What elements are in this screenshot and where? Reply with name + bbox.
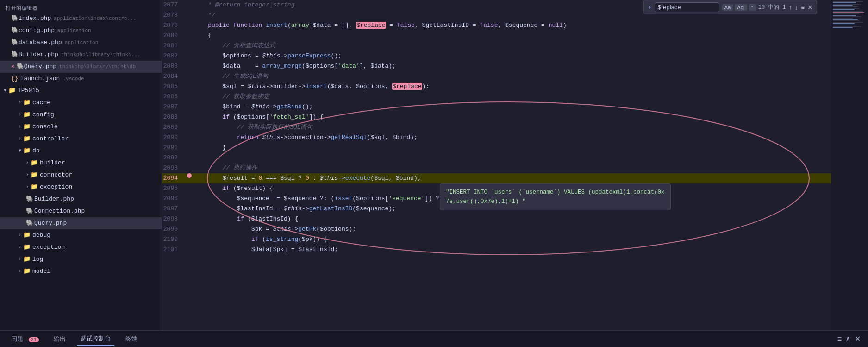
line-number: 2079: [162, 20, 185, 31]
chevron-right-icon: ›: [26, 170, 29, 180]
sidebar-item-launch-json[interactable]: {} launch.json .vscode: [0, 73, 162, 85]
file-name: config.php: [19, 25, 55, 36]
tp5015-folder[interactable]: ▼ 📁 TP5015: [0, 85, 162, 97]
sidebar-item-exception-folder[interactable]: › 📁 exception: [0, 181, 162, 193]
line-number: 2090: [162, 132, 185, 143]
line-gutter: [185, 173, 194, 178]
find-next-button[interactable]: ↓: [795, 4, 798, 11]
sidebar-item-console[interactable]: › 📁 console: [0, 121, 162, 133]
folder-icon: 📁: [31, 182, 38, 192]
line-number: 2101: [162, 245, 185, 255]
json-file-icon: {}: [11, 74, 19, 84]
folder-icon: 📁: [23, 242, 31, 252]
tab-debug-console[interactable]: 调试控制台: [77, 333, 114, 346]
line-number: 2080: [162, 31, 185, 41]
find-input[interactable]: [655, 2, 719, 12]
sidebar-item-model[interactable]: › 📁 model: [0, 265, 162, 278]
sidebar-item-index-php[interactable]: 🐘 Index.php application\index\contro...: [0, 13, 162, 25]
sidebar-item-query-php[interactable]: ✕ 🐘 Query.php thinkphp\library\think\db: [0, 61, 162, 73]
line-content: // 分析查询表达式: [194, 41, 824, 51]
sidebar-item-builder-folder[interactable]: › 📁 builder: [0, 157, 162, 169]
sidebar-item-log[interactable]: › 📁 log: [0, 253, 162, 265]
sidebar-item-config[interactable]: › 📁 config: [0, 109, 162, 121]
tab-output[interactable]: 输出: [50, 333, 69, 345]
find-expand-icon[interactable]: ›: [648, 4, 651, 11]
code-line-2083: 2083 $data = array_merge($options['data'…: [162, 61, 831, 71]
main-container: 打开的编辑器 🐘 Index.php application\index\con…: [0, 0, 868, 330]
debug-tooltip: "INSERT INTO `users` (`username`) VALUES…: [440, 183, 671, 210]
sidebar-item-db[interactable]: ▼ 📁 db: [0, 145, 162, 157]
php-file-icon: 🐘: [11, 38, 19, 48]
line-content: // 生成SQL语句: [194, 71, 824, 82]
folder-icon: 📁: [23, 230, 31, 240]
open-editors-header: 打开的编辑器: [0, 2, 162, 13]
file-name: Connection.php: [34, 206, 85, 216]
line-content: $sql = $this->builder->insert($data, $op…: [194, 82, 824, 92]
panel-chevron-up-button[interactable]: ∧: [845, 334, 851, 343]
folder-name: exception: [32, 242, 65, 252]
find-list-button[interactable]: ≡: [801, 4, 805, 11]
close-icon[interactable]: ✕: [11, 62, 15, 72]
tab-problems[interactable]: 问题 21: [7, 333, 43, 345]
find-prev-button[interactable]: ↑: [789, 4, 792, 11]
sidebar-item-database-php[interactable]: 🐘 database.php application: [0, 37, 162, 49]
find-close-button[interactable]: ✕: [807, 4, 813, 11]
whole-word-button[interactable]: Ab|: [735, 4, 747, 11]
code-line-2086: 2086 // 获取参数绑定: [162, 92, 831, 102]
match-case-button[interactable]: Aa: [722, 4, 733, 11]
php-file-icon: 🐘: [11, 25, 19, 36]
php-file-icon: 🐘: [26, 194, 33, 204]
folder-name: db: [32, 146, 40, 156]
folder-name: connector: [40, 170, 72, 180]
regex-button[interactable]: *: [749, 4, 756, 11]
code-line-2079: 2079 public function insert(array $data …: [162, 20, 831, 31]
sidebar-item-cache[interactable]: › 📁 cache: [0, 97, 162, 109]
line-content: }: [194, 143, 824, 153]
code-editor[interactable]: 2077 * @return integer|string 2078 */ 20…: [162, 0, 831, 330]
sidebar-item-config-php[interactable]: 🐘 config.php application: [0, 25, 162, 37]
file-name: Query.php: [24, 62, 56, 72]
tab-terminal[interactable]: 终端: [122, 333, 141, 345]
line-number: 2092: [162, 153, 185, 163]
sidebar-item-connection-php[interactable]: 🐘 Connection.php: [0, 205, 162, 217]
line-number: 2081: [162, 41, 185, 51]
sidebar-item-connector-folder[interactable]: › 📁 connector: [0, 169, 162, 181]
line-content: public function insert(array $data = [],…: [194, 20, 824, 31]
line-content: $data = array_merge($options['data'], $d…: [194, 61, 824, 71]
folder-name: log: [32, 254, 43, 265]
line-number: 2089: [162, 122, 185, 132]
line-content: if (is_string($pk)) {: [194, 234, 824, 245]
debug-console-label: 调试控制台: [81, 335, 111, 342]
folder-icon: 📁: [23, 98, 31, 108]
php-file-icon: 🐘: [17, 62, 24, 72]
code-line-2099: 2099 $pk = $this->getPk($options);: [162, 224, 831, 234]
sidebar-item-exception[interactable]: › 📁 exception: [0, 241, 162, 253]
line-content: $pk = $this->getPk($options);: [194, 224, 824, 234]
file-name: Builder.php: [19, 50, 58, 60]
sidebar: 打开的编辑器 🐘 Index.php application\index\con…: [0, 0, 162, 330]
problems-badge: 21: [29, 337, 39, 342]
panel-filter-button[interactable]: ≡: [837, 335, 842, 343]
folder-icon: 📁: [23, 266, 31, 277]
sidebar-item-query-php-db[interactable]: 🐘 Query.php: [0, 217, 162, 229]
sidebar-item-builder-php-db[interactable]: 🐘 Builder.php: [0, 193, 162, 205]
line-number: 2097: [162, 204, 185, 214]
folder-icon: 📁: [31, 170, 38, 180]
sidebar-item-controller[interactable]: › 📁 controller: [0, 133, 162, 145]
find-options: Aa Ab| *: [722, 4, 756, 11]
sidebar-item-debug[interactable]: › 📁 debug: [0, 229, 162, 241]
line-number: 2091: [162, 143, 185, 153]
line-number: 2085: [162, 82, 185, 92]
folder-name: model: [32, 266, 50, 277]
line-number: 2096: [162, 194, 185, 204]
line-number: 2083: [162, 61, 185, 71]
code-line-2101: 2101 $data[$pk] = $lastInsId;: [162, 245, 831, 255]
sidebar-item-builder-php[interactable]: 🐘 Builder.php thinkphp\library\think\...: [0, 49, 162, 61]
line-content: $result = 0 === $sql ? 0 : $this->execut…: [194, 173, 824, 183]
file-path: application\index\contro...: [54, 13, 136, 24]
tp5015-label: TP5015: [18, 86, 39, 96]
panel-close-button[interactable]: ✕: [855, 334, 861, 343]
line-content: $bind = $this->getBind();: [194, 102, 824, 112]
file-name: launch.json: [20, 74, 60, 84]
tooltip-line1: "INSERT INTO `users` (`username`) VALUES…: [446, 189, 665, 196]
